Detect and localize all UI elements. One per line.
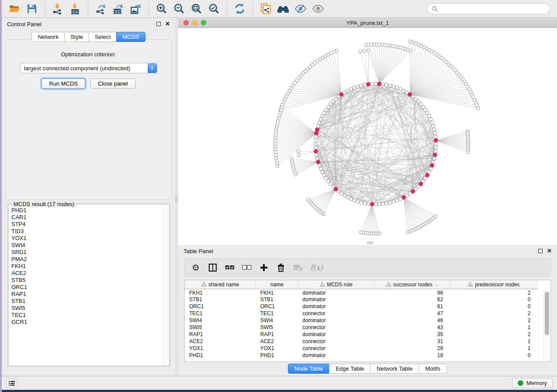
mcds-node[interactable] [314, 149, 318, 153]
network-node[interactable] [363, 202, 367, 205]
network-canvas[interactable] [178, 28, 557, 244]
table-row[interactable]: SWI4SWI4dominator462 [185, 317, 538, 324]
network-node[interactable] [356, 85, 360, 88]
network-node[interactable] [426, 111, 429, 115]
search-input[interactable] [440, 5, 545, 13]
mcds-result-item[interactable]: SWI5 [11, 305, 163, 312]
float-panel-icon[interactable] [156, 22, 161, 26]
close-panel-icon[interactable]: ✕ [547, 249, 552, 253]
network-node[interactable] [349, 197, 353, 201]
network-node[interactable] [374, 203, 377, 206]
mcds-node[interactable] [430, 164, 434, 168]
mcds-node[interactable] [434, 138, 438, 142]
add-column-icon[interactable] [259, 262, 269, 273]
mcds-result-item[interactable]: TID3 [11, 228, 163, 235]
share-document-icon[interactable] [259, 2, 272, 15]
optimization-criterion-select[interactable]: largest connected component (undirected)… [20, 63, 157, 73]
save-session-icon[interactable] [25, 2, 38, 15]
network-node[interactable] [434, 146, 438, 149]
table-row[interactable]: FKH1FKH1dominator962 [185, 289, 538, 296]
network-node[interactable] [466, 151, 470, 154]
network-node[interactable] [424, 108, 427, 112]
open-file-icon[interactable] [8, 2, 21, 15]
network-node[interactable] [476, 107, 480, 110]
mcds-result-item[interactable]: TEC1 [11, 312, 163, 319]
table-row[interactable]: ACE2ACE2connector311 [185, 338, 538, 345]
network-node[interactable] [432, 128, 436, 131]
network-node[interactable] [322, 173, 326, 177]
network-node[interactable] [280, 106, 284, 109]
network-node[interactable] [321, 170, 324, 174]
network-node[interactable] [316, 124, 320, 128]
mcds-result-item[interactable]: ACE2 [11, 270, 163, 277]
network-node[interactable] [392, 200, 395, 203]
column-header-successor-nodes[interactable]: successor nodes⌄ [374, 280, 450, 289]
network-node[interactable] [427, 114, 431, 118]
network-node[interactable] [315, 153, 318, 157]
network-node[interactable] [432, 157, 436, 160]
network-graph[interactable] [178, 28, 556, 244]
network-node[interactable] [430, 121, 434, 124]
tab-node-table[interactable]: Node Table [288, 364, 330, 374]
network-node[interactable] [319, 167, 322, 171]
network-node[interactable] [377, 203, 381, 206]
network-node[interactable] [314, 139, 317, 142]
tab-mcds[interactable]: MCDS [116, 32, 145, 42]
network-node[interactable] [335, 49, 339, 52]
mcds-result-item[interactable]: YOX1 [11, 235, 163, 242]
mcds-node[interactable] [315, 131, 318, 135]
table-row[interactable]: TEC1TEC1connector472 [185, 310, 538, 317]
mcds-node[interactable] [367, 83, 370, 86]
import-network-icon[interactable] [51, 2, 64, 15]
network-node[interactable] [432, 160, 435, 164]
mcds-node[interactable] [433, 153, 437, 157]
export-network-icon[interactable] [94, 2, 107, 15]
network-node[interactable] [434, 150, 437, 153]
mcds-node[interactable] [316, 160, 320, 164]
mcds-result-item[interactable]: SWI4 [11, 242, 163, 249]
network-node[interactable] [315, 157, 319, 160]
network-node[interactable] [343, 91, 346, 94]
mcds-node[interactable] [370, 202, 374, 206]
splitter-grip[interactable] [175, 196, 178, 202]
network-node[interactable] [297, 150, 300, 153]
network-node[interactable] [429, 117, 432, 121]
tab-network[interactable]: Network [31, 32, 65, 42]
float-panel-icon[interactable] [538, 249, 543, 253]
search-box[interactable] [427, 3, 550, 14]
network-node[interactable] [399, 197, 402, 201]
table-row[interactable]: PHD1PHD1dominator180 [185, 352, 538, 359]
network-node[interactable] [307, 198, 310, 201]
network-node[interactable] [434, 142, 438, 146]
mcds-result-item[interactable]: FKH1 [11, 263, 163, 270]
table-row[interactable]: YOX1YOX1connector291 [185, 345, 538, 352]
run-mcds-button[interactable]: Run MCDS [42, 79, 85, 89]
mcds-node[interactable] [315, 128, 319, 132]
hide-graphics-details-icon[interactable] [294, 2, 307, 15]
mcds-result-item[interactable]: STB5 [11, 277, 163, 284]
tab-style[interactable]: Style [64, 32, 89, 42]
network-node[interactable] [318, 121, 321, 124]
settings-gear-icon[interactable]: ⚙ [191, 262, 201, 273]
show-graphics-details-icon[interactable] [311, 2, 325, 15]
tab-motifs[interactable]: Motifs [419, 364, 447, 374]
tab-edge-table[interactable]: Edge Table [329, 364, 370, 374]
network-node[interactable] [363, 49, 366, 53]
network-node[interactable] [399, 87, 402, 91]
import-table-icon[interactable] [69, 2, 82, 15]
deselect-all-icon[interactable] [242, 262, 252, 273]
select-all-icon[interactable] [225, 262, 235, 273]
network-node[interactable] [360, 230, 363, 234]
zoom-fit-icon[interactable] [190, 2, 203, 15]
table-row[interactable]: SWI5SWI5connector431 [185, 324, 538, 331]
table-row[interactable]: ORC1ORC1dominator610 [185, 303, 538, 310]
network-node[interactable] [381, 202, 385, 206]
zoom-in-icon[interactable] [155, 2, 168, 15]
table-scrollbar-thumb[interactable] [545, 292, 549, 335]
network-window-titlebar[interactable]: YPA_prune.txt_1 [178, 18, 557, 28]
splitter-grip[interactable] [367, 241, 373, 244]
network-node[interactable] [363, 83, 367, 86]
column-chooser-icon[interactable] [208, 262, 218, 273]
network-node[interactable] [370, 82, 374, 86]
column-header-mcds-role[interactable]: MCDS role [298, 280, 374, 289]
